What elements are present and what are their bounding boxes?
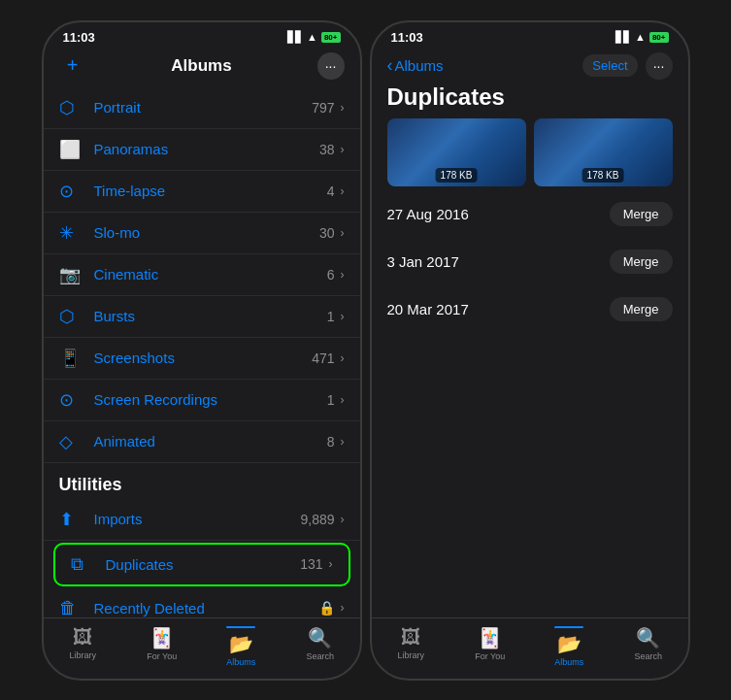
tab-albums-label: Albums — [226, 657, 255, 667]
album-name-screenshots: Screenshots — [94, 350, 313, 366]
recentlydeleted-icon: 🗑 — [59, 598, 84, 617]
tab-foryou-label-right: For You — [475, 651, 505, 661]
album-item-imports[interactable]: ⬆ Imports 9,889 › — [44, 499, 360, 541]
album-count-cinematic: 6 — [327, 267, 335, 283]
screenshots-icon: 📱 — [59, 348, 84, 369]
album-count-bursts: 1 — [327, 309, 335, 324]
back-label: Albums — [395, 57, 444, 74]
search-tab-icon: 🔍 — [308, 626, 332, 650]
timelapse-icon: ⊙ — [59, 181, 84, 202]
tab-library-label: Library — [69, 650, 96, 660]
time-left: 11:03 — [63, 30, 95, 45]
album-item-bursts[interactable]: ⬡ Bursts 1 › — [44, 296, 360, 338]
tab-library-right[interactable]: 🖼 Library — [372, 626, 451, 667]
album-item-animated[interactable]: ◇ Animated 8 › — [44, 421, 360, 463]
duplicates-header: ‹ Albums Select ··· Duplicates — [372, 49, 688, 118]
search-tab-icon-right: 🔍 — [636, 626, 660, 650]
dup-date-jan2017: 3 Jan 2017 — [387, 253, 459, 270]
chevron-icon: › — [341, 268, 345, 282]
chevron-icon: › — [341, 226, 345, 240]
album-count-imports: 9,889 — [300, 512, 334, 527]
album-name-portrait: Portrait — [94, 99, 313, 116]
right-phone: 11:03 ▋▋ ▲ 80+ ‹ Albums Select ··· — [370, 20, 690, 681]
dup-date-mar2017: 20 Mar 2017 — [387, 301, 469, 317]
album-item-duplicates[interactable]: ⧉ Duplicates 131 › — [55, 545, 349, 584]
album-count-duplicates: 131 — [300, 556, 322, 572]
back-chevron-icon: ‹ — [387, 55, 393, 76]
album-item-screenshots[interactable]: 📱 Screenshots 471 › — [44, 338, 360, 380]
album-item-screenrecordings[interactable]: ⊙ Screen Recordings 1 › — [44, 380, 360, 421]
tab-albums-label-right: Albums — [554, 657, 583, 667]
dup-photo-1b: 178 KB — [534, 118, 673, 186]
select-button[interactable]: Select — [582, 54, 637, 77]
merge-button-aug2016[interactable]: Merge — [610, 202, 673, 226]
panoramas-icon: ⬜ — [59, 139, 84, 160]
nav-actions: Select ··· — [582, 52, 672, 80]
tab-albums[interactable]: 📂 Albums — [202, 626, 282, 667]
dup-group-top-partial: 178 KB 178 KB — [387, 118, 673, 186]
library-tab-icon: 🖼 — [73, 626, 92, 649]
tab-search[interactable]: 🔍 Search — [281, 626, 360, 667]
album-name-cinematic: Cinematic — [94, 266, 327, 283]
page-title-duplicates: Duplicates — [387, 83, 673, 111]
tab-foryou-right[interactable]: 🃏 For You — [450, 626, 530, 667]
album-list: ⬡ Portrait 797 › ⬜ Panoramas 38 › ⊙ Time… — [44, 87, 360, 617]
animated-icon: ◇ — [59, 431, 84, 452]
status-bar-left: 11:03 ▋▋ ▲ 80+ — [44, 22, 360, 49]
albums-tab-icon-right: 📂 — [557, 632, 581, 655]
battery-right: 80+ — [649, 32, 669, 43]
tab-foryou[interactable]: 🃏 For You — [122, 626, 202, 667]
status-bar-right: 11:03 ▋▋ ▲ 80+ — [372, 22, 688, 49]
albums-title: Albums — [171, 56, 231, 76]
nav-row: ‹ Albums Select ··· — [387, 52, 673, 80]
more-button-left[interactable]: ··· — [317, 52, 345, 80]
album-name-timelapse: Time-lapse — [94, 183, 327, 199]
signal-icon: ▋▋ — [287, 31, 303, 44]
album-item-slomo[interactable]: ✳ Slo-mo 30 › — [44, 213, 360, 254]
album-name-bursts: Bursts — [94, 308, 327, 324]
dup-group-header-mar2017: 20 Mar 2017 Merge — [387, 297, 673, 321]
tab-albums-right[interactable]: 📂 Albums — [530, 626, 610, 667]
album-item-panoramas[interactable]: ⬜ Panoramas 38 › — [44, 129, 360, 171]
tab-foryou-label: For You — [147, 651, 177, 661]
cinematic-icon: 📷 — [59, 264, 84, 285]
dup-group-header-jan2017: 3 Jan 2017 Merge — [387, 250, 673, 274]
tab-search-right[interactable]: 🔍 Search — [609, 626, 688, 667]
duplicates-highlighted-item[interactable]: ⧉ Duplicates 131 › — [53, 543, 350, 586]
tab-bar-right: 🖼 Library 🃏 For You 📂 Albums 🔍 Search — [372, 617, 688, 679]
time-right: 11:03 — [391, 30, 423, 45]
chevron-icon: › — [341, 601, 345, 615]
album-name-duplicates: Duplicates — [106, 556, 301, 573]
portrait-icon: ⬡ — [59, 97, 84, 118]
album-name-screenrecordings: Screen Recordings — [94, 391, 327, 408]
dup-group-aug2016: 27 Aug 2016 Merge 447 KB 447 KB — [387, 202, 673, 234]
tab-library[interactable]: 🖼 Library — [44, 626, 123, 667]
dup-photo-1a: 178 KB — [387, 118, 526, 186]
back-button[interactable]: ‹ Albums — [387, 55, 444, 76]
bursts-icon: ⬡ — [59, 306, 84, 327]
album-item-cinematic[interactable]: 📷 Cinematic 6 › — [44, 254, 360, 296]
album-name-animated: Animated — [94, 433, 327, 450]
add-button[interactable]: + — [59, 52, 86, 80]
album-item-timelapse[interactable]: ⊙ Time-lapse 4 › — [44, 171, 360, 213]
more-button-right[interactable]: ··· — [646, 52, 673, 80]
left-phone: 11:03 ▋▋ ▲ 80+ + Albums ··· ⬡ Portrait 7… — [42, 20, 362, 681]
chevron-icon: › — [341, 310, 345, 323]
wifi-icon-right: ▲ — [635, 31, 646, 43]
album-item-recentlydeleted[interactable]: 🗑 Recently Deleted 🔒 › — [44, 588, 360, 617]
foryou-tab-icon-right: 🃏 — [478, 626, 502, 650]
album-name-recentlydeleted: Recently Deleted — [94, 600, 318, 617]
chevron-icon: › — [341, 435, 345, 449]
albums-header: + Albums ··· — [44, 49, 360, 87]
chevron-icon: › — [341, 143, 345, 156]
lock-icon: 🔒 — [318, 600, 335, 616]
status-icons-left: ▋▋ ▲ 80+ — [287, 31, 340, 44]
album-count-slomo: 30 — [319, 225, 335, 241]
chevron-icon: › — [341, 393, 345, 407]
dup-group-jan2017: 3 Jan 2017 Merge 3 MB 3 MB — [387, 250, 673, 282]
merge-button-mar2017[interactable]: Merge — [610, 297, 673, 321]
album-count-screenshots: 471 — [312, 350, 334, 366]
album-item-portrait[interactable]: ⬡ Portrait 797 › — [44, 87, 360, 129]
merge-button-jan2017[interactable]: Merge — [610, 250, 673, 274]
tab-library-label-right: Library — [397, 650, 424, 660]
